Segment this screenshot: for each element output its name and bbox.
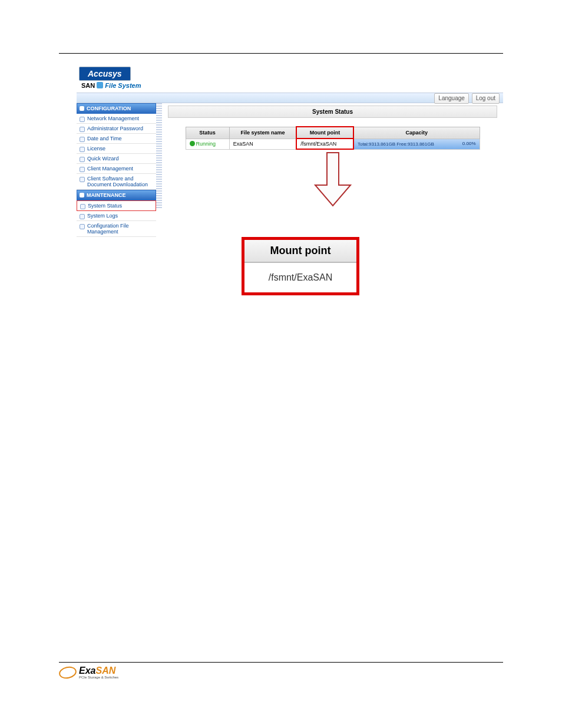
running-icon [190, 141, 195, 146]
system-status-table: Status File system name Mount point Capa… [186, 126, 480, 150]
table-row: Running ExaSAN /fsmnt/ExaSAN Total:9313.… [186, 139, 480, 149]
col-capacity: Capacity [353, 127, 480, 139]
sidebar-item-administrator-password[interactable]: Administrator Password [77, 124, 156, 134]
language-button[interactable]: Language [434, 93, 469, 104]
sidebar-item-system-logs[interactable]: System Logs [77, 211, 156, 221]
status-label: Running [196, 141, 216, 147]
page-footer: ExaSAN PCIe Storage & Switches [59, 662, 503, 681]
sidebar: CONFIGURATION Network Management Adminis… [77, 103, 156, 237]
ring-icon [58, 665, 78, 680]
sidebar-resize-handle[interactable] [156, 103, 162, 209]
exasan-logo: ExaSAN PCIe Storage & Switches [59, 666, 118, 679]
sidebar-item-configuration-file-management[interactable]: Configuration File Management [77, 221, 156, 237]
callout-header: Mount point [244, 240, 356, 263]
sidebar-section-maintenance: MAINTENANCE [77, 190, 156, 200]
brand-header: Accusys SAN File System [77, 65, 503, 93]
callout-value: /fsmnt/ExaSAN [244, 263, 356, 292]
sidebar-item-client-software-download[interactable]: Client Software and Document Downloadati… [77, 174, 156, 190]
cell-capacity: Total:9313.861GB Free:9313.861GB 0.00% [353, 139, 480, 149]
cell-file-system-name: ExaSAN [229, 139, 296, 149]
disk-icon [97, 82, 103, 88]
sidebar-item-network-management[interactable]: Network Management [77, 114, 156, 124]
brand-tagline: SAN File System [79, 81, 501, 91]
mount-point-callout: Mount point /fsmnt/ExaSAN [242, 237, 359, 295]
col-mount-point: Mount point [296, 127, 353, 139]
cell-status: Running [186, 139, 229, 149]
cell-mount-point: /fsmnt/ExaSAN [296, 139, 353, 149]
sidebar-item-client-management[interactable]: Client Management [77, 164, 156, 174]
panel-title: System Status [168, 106, 497, 118]
top-toolbar: Language Log out [77, 93, 503, 103]
sidebar-item-system-status[interactable]: System Status [77, 200, 156, 211]
main-panel: System Status Status File system name Mo… [162, 103, 503, 215]
capacity-text: Total:9313.861GB Free:9313.861GB [358, 141, 434, 147]
col-file-system-name: File system name [229, 127, 296, 139]
sidebar-item-date-and-time[interactable]: Date and Time [77, 134, 156, 144]
logout-button[interactable]: Log out [472, 93, 500, 104]
arrow-down-icon [306, 150, 359, 209]
svg-marker-0 [315, 153, 351, 206]
sidebar-item-license[interactable]: License [77, 144, 156, 154]
sidebar-item-quick-wizard[interactable]: Quick Wizard [77, 154, 156, 164]
col-status: Status [186, 127, 229, 139]
capacity-percent: 0.00% [462, 141, 476, 146]
sidebar-section-configuration: CONFIGURATION [77, 103, 156, 114]
brand-logo: Accusys [79, 67, 131, 81]
